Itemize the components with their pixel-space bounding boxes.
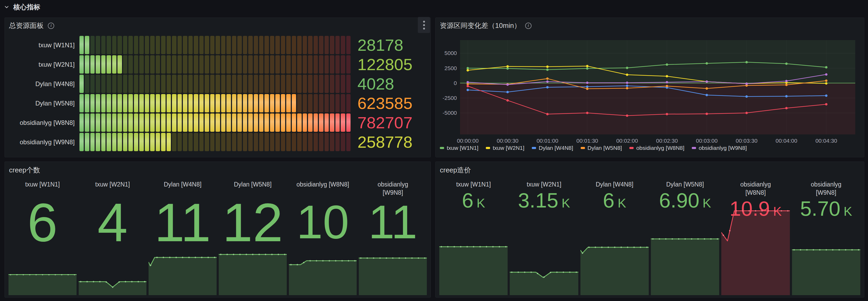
sparkline — [439, 246, 507, 295]
bar-gauge — [80, 75, 350, 93]
legend-label: obsidianlyg [W8N8] — [636, 145, 684, 151]
legend-swatch — [486, 147, 490, 149]
legend-item[interactable]: txuw [W1N1] — [440, 145, 478, 151]
stat-tile: Dylan [W5N8]6.90K — [651, 177, 719, 295]
legend-label: obsidianlyg [W9N8] — [699, 145, 747, 151]
panel-title[interactable]: 总资源面板 — [9, 21, 43, 30]
unit-suffix: K — [562, 196, 570, 210]
x-axis-tick: 00:03:00 — [696, 138, 718, 144]
gauge-row: Dylan [W4N8]4028 — [9, 75, 426, 93]
gauge-value: 623585 — [350, 94, 412, 112]
gauge-row-label: obsidianlyg [W9N8] — [9, 133, 80, 151]
stat-label: Dylan [W5N8] — [651, 180, 719, 189]
chart-legend: txuw [W1N1]txuw [W2N1]Dylan [W4N8]Dylan … — [440, 145, 747, 151]
info-icon[interactable]: i — [48, 23, 54, 29]
unit-suffix: K — [476, 196, 485, 210]
y-axis-tick: 0 — [437, 80, 457, 86]
stat-label: obsidianlyg [W8N8] — [289, 180, 357, 189]
panel-title[interactable]: creep造价 — [440, 166, 471, 175]
gauge-row-label: txuw [W1N1] — [9, 36, 80, 54]
stat-tile: txuw [W1N1]6 — [8, 177, 76, 295]
y-axis-tick: -5000 — [437, 110, 457, 116]
gauge-row: txuw [W2N1]122805 — [9, 55, 426, 74]
stat-value: 6K — [439, 190, 507, 211]
stat-tile: txuw [W2N1]4 — [79, 177, 147, 295]
gauge-row: obsidianlyg [W9N8]258778 — [9, 133, 426, 151]
legend-item[interactable]: Dylan [W4N8] — [532, 145, 573, 151]
legend-label: Dylan [W5N8] — [588, 145, 622, 151]
legend-swatch — [629, 147, 633, 149]
legend-item[interactable]: obsidianlyg [W8N8] — [629, 145, 684, 151]
panel-total-resources: 总资源面板 i txuw [W1N1]28178txuw [W2N1]12280… — [4, 18, 431, 157]
stat-label: obsidianlyg [W9N8] — [805, 180, 847, 197]
stat-label: obsidianlyg [W8N8] — [734, 180, 777, 197]
chevron-down-icon[interactable] — [4, 4, 9, 10]
legend-swatch — [692, 147, 696, 149]
x-axis-tick: 00:04:00 — [776, 138, 797, 144]
gauge-row: Dylan [W5N8]623585 — [9, 94, 426, 112]
stat-tile: obsidianlyg [W9N8]11 — [359, 177, 427, 295]
bar-gauge-rows: txuw [W1N1]28178txuw [W2N1]122805Dylan [… — [9, 36, 426, 152]
stat-value: 4 — [79, 194, 147, 250]
stat-tile: Dylan [W5N8]12 — [219, 177, 287, 295]
x-axis-tick: 00:00:30 — [497, 138, 519, 144]
plot-area — [460, 40, 855, 134]
stat-tile: txuw [W1N1]6K — [439, 177, 507, 295]
x-axis-tick: 00:01:00 — [536, 138, 558, 144]
stat-tile: Dylan [W4N8]11 — [149, 177, 217, 295]
gauge-value: 782707 — [350, 113, 412, 132]
stat-value: 6.90K — [651, 190, 719, 211]
gauge-value: 4028 — [350, 75, 394, 93]
x-axis-tick: 00:01:30 — [577, 138, 598, 144]
stat-tile: txuw [W2N1]3.15K — [510, 177, 578, 295]
x-axis-tick: 00:00:00 — [457, 138, 479, 144]
stat-label: Dylan [W5N8] — [219, 180, 287, 189]
legend-item[interactable]: obsidianlyg [W9N8] — [692, 145, 747, 151]
legend-item[interactable]: Dylan [W5N8] — [581, 145, 622, 151]
bar-gauge — [80, 55, 350, 74]
gauge-row-label: Dylan [W4N8] — [9, 75, 80, 93]
gauge-row-label: obsidianlyg [W8N8] — [9, 113, 80, 132]
sparkline — [651, 238, 719, 295]
stat-label: txuw [W2N1] — [79, 180, 147, 189]
legend-label: txuw [W1N1] — [447, 145, 478, 151]
bar-gauge — [80, 133, 350, 151]
gauge-row: obsidianlyg [W8N8]782707 — [9, 113, 426, 132]
stat-value: 11 — [359, 194, 427, 250]
gauge-value: 122805 — [350, 55, 412, 74]
legend-swatch — [440, 147, 444, 149]
panel-title[interactable]: 资源区间变化差（10min） — [440, 21, 521, 30]
panel-resource-delta: 资源区间变化差（10min） i 500025000-2500-500000:0… — [435, 18, 864, 157]
legend-swatch — [581, 147, 585, 149]
stat-value: 6 — [8, 194, 76, 250]
section-row-header[interactable]: 核心指标 — [4, 2, 40, 12]
panel-menu-kebab-icon[interactable] — [418, 17, 430, 33]
y-axis-tick: 2500 — [437, 65, 457, 71]
gauge-value: 28178 — [350, 36, 403, 54]
unit-suffix: K — [703, 196, 711, 210]
stat-label: Dylan [W4N8] — [581, 180, 649, 189]
gauge-row-label: txuw [W2N1] — [9, 55, 80, 74]
legend-swatch — [532, 147, 536, 149]
panel-creep-count: creep个数 txuw [W1N1]6txuw [W2N1]4Dylan [W… — [4, 162, 431, 298]
info-icon[interactable]: i — [525, 23, 531, 29]
stat-tiles: txuw [W1N1]6txuw [W2N1]4Dylan [W4N8]11Dy… — [8, 177, 427, 295]
stat-value: 11 — [149, 194, 217, 250]
panel-title[interactable]: creep个数 — [9, 166, 40, 175]
sparkline — [8, 274, 76, 295]
section-title: 核心指标 — [13, 3, 40, 11]
stat-tile: obsidianlyg [W8N8]10.9K — [721, 177, 789, 295]
bar-gauge — [80, 94, 350, 112]
bar-gauge — [80, 113, 350, 132]
y-axis-tick: 5000 — [437, 50, 457, 56]
gauge-row: txuw [W1N1]28178 — [9, 36, 426, 54]
legend-item[interactable]: txuw [W2N1] — [486, 145, 524, 151]
x-axis-tick: 00:02:30 — [656, 138, 678, 144]
stat-value: 12 — [219, 194, 287, 250]
stat-tiles: txuw [W1N1]6Ktxuw [W2N1]3.15KDylan [W4N8… — [439, 177, 860, 295]
sparkline — [149, 257, 217, 295]
legend-label: Dylan [W4N8] — [539, 145, 573, 151]
panel-creep-cost: creep造价 txuw [W1N1]6Ktxuw [W2N1]3.15KDyl… — [435, 162, 864, 298]
sparkline — [219, 253, 287, 295]
legend-label: txuw [W2N1] — [493, 145, 524, 151]
